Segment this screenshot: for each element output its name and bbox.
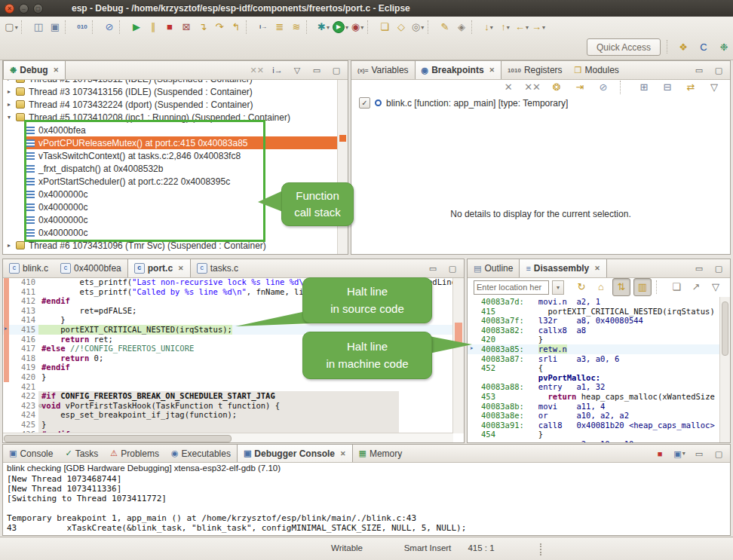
toolbar-button[interactable]: ✱ ▾	[315, 19, 332, 35]
debug-tree-row[interactable]: ▸ Thread #6 1073431096 (Tmr Svc) (Suspen…	[8, 239, 338, 252]
editor-tab[interactable]: c 0x4000bfea ✕	[54, 259, 127, 277]
breakpoints-toolbar-button[interactable]: ❂	[548, 79, 565, 96]
toolbar-button[interactable]: ≣ ▾	[271, 19, 288, 35]
debug-tree-row[interactable]: xPortStartScheduler() at port.c:222 0x40…	[26, 175, 338, 188]
debug-overview-ruler[interactable]	[337, 79, 348, 254]
close-icon[interactable]: ✕	[340, 450, 346, 457]
perspective-button[interactable]: ❖	[674, 38, 692, 55]
breakpoints-toolbar-button[interactable]: ⇄	[682, 79, 699, 96]
expand-arrow-icon[interactable]: ▸	[8, 88, 16, 95]
toolbar-button[interactable]: ↷ ▾	[211, 19, 228, 35]
dropdown-arrow-icon[interactable]: ▾	[327, 24, 330, 31]
disassembly-toolbar-button[interactable]: ⇅	[612, 278, 630, 296]
dropdown-arrow-icon[interactable]: ▾	[507, 24, 510, 31]
breakpoints-toolbar-button[interactable]: ⊟	[659, 79, 676, 96]
toolbar-button[interactable]: ⊠ ▾	[178, 19, 195, 35]
console-toolbar-button[interactable]: ▢ ▾	[712, 445, 725, 462]
toolbar-button[interactable]: ▶ ▾	[128, 19, 145, 35]
close-icon[interactable]: ✕	[594, 265, 600, 272]
toolbar-button[interactable]: ⊘ ▾	[101, 19, 118, 35]
console-toolbar-button[interactable]: ■ ▾	[653, 445, 667, 462]
toolbar-button[interactable]: ■ ▾	[161, 19, 178, 35]
scrollbar-thumb[interactable]	[722, 301, 728, 356]
toolbar-button[interactable]: ◫ ▾	[30, 19, 47, 35]
location-dropdown-icon[interactable]: ▾	[552, 280, 564, 295]
toolbar-button[interactable]: ↑ ▾	[497, 19, 514, 35]
dropdown-arrow-icon[interactable]: ▾	[526, 24, 529, 31]
toolbar-button[interactable]: ◎ ▾	[409, 19, 426, 35]
toolbar-button[interactable]: → ▾	[530, 19, 547, 35]
toolbar-button[interactable]: ← ▾	[514, 19, 530, 35]
console-toolbar-button[interactable]: ▣ ▾	[673, 445, 686, 462]
toolbar-button[interactable]: ↰ ▾	[228, 19, 244, 35]
perspective-button[interactable]: ❉	[715, 38, 733, 55]
dropdown-arrow-icon[interactable]: ▾	[345, 24, 348, 31]
toolbar-button[interactable]: ▶ ▾	[332, 19, 349, 35]
toolbar-button[interactable]: ▾	[92, 20, 100, 34]
view-tab[interactable]: ▣ Debugger Console ✕	[237, 445, 353, 462]
view-tab[interactable]: ◉ Breakpoints ✕	[415, 61, 502, 79]
disassembly-toolbar-button[interactable]: ⌂	[593, 279, 609, 295]
view-toolbar-button[interactable]: ▽	[290, 62, 304, 78]
console-toolbar-button[interactable]: ▭ ▾	[692, 445, 706, 462]
view-tab[interactable]: ◉ Executables ✕	[165, 445, 237, 462]
breakpoints-toolbar-button[interactable]: ✕	[500, 79, 517, 96]
window-close-button[interactable]: ✕	[5, 4, 14, 14]
quick-access-button[interactable]: Quick Access	[587, 38, 661, 56]
disassembly-code[interactable]: ➤ 40083a7d: movi.n a2, 1 ➤ 415 portEXIT_…	[468, 297, 720, 442]
view-toolbar-button[interactable]: ▭	[310, 62, 324, 78]
toolbar-button[interactable]: ✎ ▾	[437, 19, 453, 35]
debug-tree-row[interactable]: ▸ Thread #4 1073432224 (dport) (Suspende…	[8, 98, 338, 111]
breakpoints-toolbar-button[interactable]	[620, 81, 627, 94]
close-icon[interactable]: ✕	[489, 66, 495, 74]
debug-tree-row[interactable]: ▸ Thread #2 1073413312 (IDLE) (Suspended…	[8, 79, 338, 85]
view-tab[interactable]: ❒ Modules ✕	[569, 61, 625, 79]
debug-tree-row[interactable]: 0x4000000c	[26, 188, 338, 200]
editor-tab[interactable]: c blink.c ✕	[3, 259, 54, 277]
window-minimize-button[interactable]: –	[19, 4, 29, 14]
disassembly-toolbar-button[interactable]: ▥	[633, 278, 652, 296]
disassembly-scrollbar[interactable]	[719, 297, 730, 442]
minimize-view-button[interactable]: ▭	[692, 62, 706, 78]
maximize-view-button[interactable]: ▢	[712, 260, 725, 277]
toolbar-button[interactable]: ▾	[471, 20, 479, 34]
editor-tab[interactable]: c tasks.c ✕	[191, 259, 244, 277]
dropdown-arrow-icon[interactable]: ▾	[682, 450, 685, 457]
view-tab[interactable]: ✓ Tasks ✕	[59, 445, 104, 462]
breakpoints-toolbar-button[interactable]: ⇥	[572, 79, 588, 96]
debug-tree-row[interactable]: 0x4000bfea	[26, 124, 338, 136]
disassembly-toolbar-button[interactable]: ↗	[688, 279, 704, 295]
view-tab[interactable]: (x)= Variables ✕	[351, 61, 415, 79]
debug-call-stack-tree[interactable]: ▸ Thread #2 1073413312 (IDLE) (Suspended…	[3, 79, 338, 254]
editor-overview-ruler[interactable]	[452, 277, 464, 433]
breakpoints-toolbar-button[interactable]: ▽	[706, 79, 722, 96]
toolbar-button[interactable]: ▾	[246, 20, 253, 34]
scrollbar-thumb[interactable]	[4, 435, 232, 442]
toolbar-button[interactable]: ▢ ▾	[3, 19, 20, 35]
view-toolbar-button[interactable]: i→	[271, 62, 284, 78]
close-icon[interactable]: ✕	[178, 265, 184, 272]
disassembly-toolbar-button[interactable]: ❏	[668, 279, 685, 295]
toolbar-button[interactable]: ↓ ▾	[480, 19, 497, 35]
toolbar-button[interactable]: ▾	[367, 20, 375, 34]
toolbar-button[interactable]: ◉ ▾	[349, 19, 366, 35]
view-tab[interactable]: ≡ Disassembly ✕	[519, 259, 606, 277]
tab-debug[interactable]: ❉ Debug ✕	[3, 61, 66, 79]
view-toolbar-button[interactable]: ▢	[330, 62, 343, 78]
breakpoints-toolbar-button[interactable]: ✕✕	[523, 79, 541, 96]
view-tab[interactable]: ⚠ Problems ✕	[104, 445, 165, 462]
toolbar-button[interactable]: ❏ ▾	[376, 19, 393, 35]
toolbar-button[interactable]: ▾	[428, 20, 435, 34]
debug-tree-row[interactable]: ▾ Thread #5 1073410208 (ipc1 : Running) …	[8, 111, 338, 124]
expand-arrow-icon[interactable]: ▸	[8, 101, 16, 108]
debug-tree-row[interactable]: ▸ Thread #3 1073413156 (IDLE) (Suspended…	[8, 85, 338, 98]
toolbar-button[interactable]: ▣ ▾	[47, 19, 63, 35]
view-tab[interactable]: 1010 Registers ✕	[501, 61, 568, 79]
perspective-button[interactable]: C	[695, 38, 713, 55]
toolbar-button[interactable]: ≋ ▾	[288, 19, 305, 35]
location-input[interactable]	[474, 280, 549, 295]
dropdown-arrow-icon[interactable]: ▾	[490, 24, 493, 31]
view-toolbar-button[interactable]: ✕✕	[250, 62, 265, 78]
minimize-view-button[interactable]: ▭	[426, 260, 440, 277]
toolbar-button[interactable]: i→ ▾	[255, 19, 271, 35]
